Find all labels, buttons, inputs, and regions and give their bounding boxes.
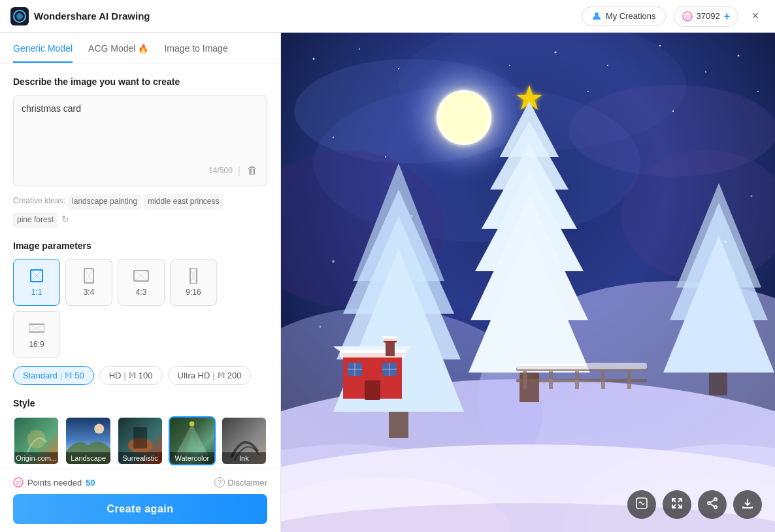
quality-standard[interactable]: Standard | 𝕄 50 [13,366,94,385]
style-label-landscape: Landscape [66,452,110,464]
main-content: Generic Model ACG Model 🔥 Image to Image… [0,33,775,532]
trash-icon: 🗑 [247,165,257,176]
style-label-origin: Origin-com... [14,452,58,464]
svg-point-65 [587,91,589,92]
ratio-16-9[interactable]: 16:9 [13,311,60,358]
points-coin-icon: 𝕄 [13,477,24,488]
image-actions [627,490,762,519]
credits-value: 37092 [697,11,720,21]
svg-rect-81 [709,373,727,395]
style-label-surrealistic: Surrealistic [118,452,162,464]
style-item-landscape[interactable]: Landscape [65,416,111,465]
svg-point-22 [27,430,45,448]
prompt-area: christmas card 14/500 | 🗑 [13,95,267,186]
svg-point-29 [190,422,195,427]
idea-tag-0[interactable]: landscape painting [68,194,141,210]
svg-point-24 [95,424,105,434]
svg-text:𝕄: 𝕄 [16,480,21,486]
svg-rect-102 [365,380,380,400]
svg-rect-109 [549,366,553,389]
quality-hd[interactable]: HD | 𝕄 100 [99,366,163,385]
svg-line-128 [710,504,714,507]
style-item-watercolor[interactable]: Watercolor [169,416,215,465]
style-section: Style Origin-com... [13,398,267,469]
credits-button[interactable]: 𝕄 37092 + [674,6,739,27]
titlebar: Wondershare AI Drawing My Creations 𝕄 37… [0,0,775,33]
person-icon [591,11,602,22]
svg-point-56 [398,68,399,69]
style-item-ink[interactable]: Ink [221,416,267,465]
expand-icon [670,497,684,513]
svg-point-62 [757,91,759,92]
my-creations-button[interactable]: My Creations [582,7,666,26]
my-creations-label: My Creations [606,11,656,21]
style-item-origin[interactable]: Origin-com... [13,416,59,465]
idea-tag-1[interactable]: middle east princess [144,194,223,210]
right-panel [281,33,775,532]
ratio-4-3-icon [133,268,149,284]
ratio-1-1-icon [29,268,44,284]
svg-point-121 [751,195,753,197]
creative-ideas: Creative ideas: landscape painting middl… [13,194,267,227]
creative-ideas-label: Creative ideas: [13,194,65,208]
ratio-1-1[interactable]: 1:1 [13,259,60,306]
edit-image-button[interactable] [627,490,656,519]
quality-buttons: Standard | 𝕄 50 HD | 𝕄 100 Ultra HD | [13,366,267,385]
svg-point-53 [439,93,489,142]
tab-generic-model[interactable]: Generic Model [13,33,73,63]
refresh-ideas-button[interactable]: ↻ [61,214,69,224]
svg-point-126 [708,502,710,505]
svg-rect-113 [516,363,647,369]
svg-point-55 [359,48,360,50]
download-image-button[interactable] [733,490,762,519]
svg-point-2 [16,13,23,20]
ratio-4-3[interactable]: 4:3 [118,259,165,306]
bottom-bar: 𝕄 Points needed 50 ? Disclaimer Create a… [0,469,280,532]
svg-point-59 [659,45,661,47]
app-logo [10,7,29,25]
style-item-surrealistic[interactable]: Surrealistic [117,416,163,465]
prompt-section-label: Describe the image you want to create [13,76,267,87]
disclaimer-label: Disclaimer [227,478,267,488]
close-button[interactable]: × [746,7,765,25]
coin-icon-standard: 𝕄 [65,371,72,380]
svg-point-119 [411,215,413,217]
tab-image-to-image[interactable]: Image to Image [164,33,227,63]
credits-icon: 𝕄 [682,11,693,22]
fire-icon: 🔥 [138,44,148,54]
download-icon [741,497,754,513]
coin-icon-uhd: 𝕄 [218,371,225,380]
edit-icon [635,497,648,513]
svg-point-124 [714,498,717,501]
svg-rect-90 [519,373,539,402]
expand-image-button[interactable] [663,490,691,519]
ratio-grid: 1:1 3:4 [13,259,267,358]
svg-rect-110 [575,366,579,389]
svg-point-120 [724,241,727,243]
quality-ultra-hd[interactable]: Ultra HD | 𝕄 200 [168,366,252,385]
image-params-section: Image parameters 1:1 [13,241,267,385]
tab-acg-model[interactable]: ACG Model 🔥 [88,33,148,63]
tab-bar: Generic Model ACG Model 🔥 Image to Image [0,33,280,63]
ratio-9-16[interactable]: 9:16 [170,259,217,306]
points-label: Points needed [27,478,82,488]
idea-tag-2[interactable]: pine forest [13,212,58,228]
svg-rect-105 [383,336,397,341]
clear-button[interactable]: 🗑 [246,163,259,178]
svg-point-64 [672,110,674,112]
disclaimer-button[interactable]: ? Disclaimer [214,477,267,488]
svg-point-61 [738,55,740,57]
create-again-button[interactable]: Create again [13,494,267,524]
plus-icon[interactable]: + [724,10,730,22]
coin-icon-hd: 𝕄 [129,371,136,380]
prompt-textarea[interactable]: christmas card [22,103,259,156]
titlebar-actions: My Creations 𝕄 37092 + × [582,6,765,27]
svg-line-127 [710,500,714,503]
svg-point-54 [313,58,315,60]
share-icon [706,497,719,513]
svg-point-122 [320,326,322,328]
char-count: 14/500 [208,166,233,175]
share-image-button[interactable] [698,490,727,519]
ratio-3-4[interactable]: 3:4 [65,259,112,306]
prompt-section: Describe the image you want to create ch… [13,76,267,227]
